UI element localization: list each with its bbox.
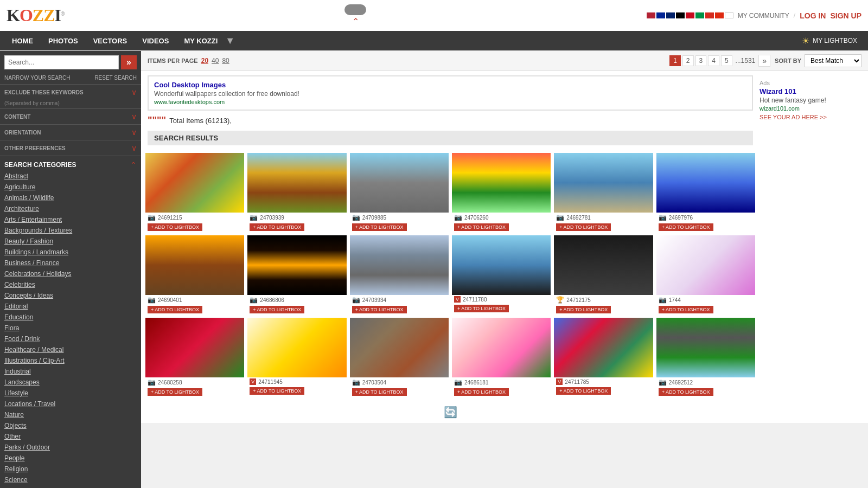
image-cell[interactable]: V 24711945 + ADD TO LIGHTBOX: [247, 318, 346, 397]
cat-illustrations-clipart[interactable]: Illustrations / Clip-Art: [0, 355, 141, 366]
image-cell[interactable]: 📷 24703934 + ADD TO LIGHTBOX: [350, 235, 449, 314]
image-cell[interactable]: V 24711780 + ADD TO LIGHTBOX: [452, 235, 551, 314]
flag-ru[interactable]: [705, 12, 714, 18]
content-toggle[interactable]: ∨: [131, 112, 137, 121]
add-to-lightbox-btn[interactable]: + ADD TO LIGHTBOX: [659, 306, 713, 313]
cat-beauty-fashion[interactable]: Beauty / Fashion: [0, 236, 141, 247]
image-thumb[interactable]: [145, 153, 244, 213]
image-cell[interactable]: 📷 24703504 + ADD TO LIGHTBOX: [350, 318, 449, 397]
nav-more[interactable]: ▼: [225, 35, 235, 47]
nav-home[interactable]: HOME: [4, 31, 41, 50]
image-cell[interactable]: 📷 24686181 + ADD TO LIGHTBOX: [452, 318, 551, 397]
cat-other[interactable]: Other: [0, 431, 141, 442]
other-prefs-toggle[interactable]: ∨: [131, 144, 137, 152]
add-to-lightbox-btn[interactable]: + ADD TO LIGHTBOX: [250, 387, 304, 395]
search-input[interactable]: [4, 55, 119, 69]
add-to-lightbox-btn[interactable]: + ADD TO LIGHTBOX: [148, 223, 202, 231]
cat-signs-symbols[interactable]: Signs / Symbols: [0, 485, 141, 488]
image-thumb[interactable]: [247, 235, 346, 295]
cat-science[interactable]: Science: [0, 474, 141, 485]
image-cell[interactable]: 📷 24691215 + ADD TO LIGHTBOX: [145, 153, 244, 232]
page-5[interactable]: 5: [721, 55, 732, 66]
page-4[interactable]: 4: [708, 55, 719, 66]
page-3[interactable]: 3: [695, 55, 707, 66]
image-thumb[interactable]: [350, 235, 449, 295]
image-thumb[interactable]: [350, 153, 449, 213]
nav-photos[interactable]: PHOTOS: [41, 31, 86, 50]
community-link[interactable]: MY COMMUNITY: [738, 12, 789, 20]
cat-education[interactable]: Education: [0, 312, 141, 323]
image-thumb[interactable]: [554, 318, 653, 377]
ipp-80[interactable]: 80: [222, 57, 229, 65]
logo[interactable]: KOZZI®: [7, 5, 64, 25]
add-to-lightbox-btn[interactable]: + ADD TO LIGHTBOX: [556, 306, 611, 313]
image-cell[interactable]: 📷 1744 + ADD TO LIGHTBOX: [656, 235, 755, 314]
image-cell[interactable]: 📷 24690401 + ADD TO LIGHTBOX: [145, 235, 244, 314]
promo-title[interactable]: Cool Desktop Images: [154, 81, 746, 89]
exclude-toggle[interactable]: ∨: [131, 88, 137, 97]
add-to-lightbox-btn[interactable]: + ADD TO LIGHTBOX: [454, 305, 509, 312]
search-button[interactable]: »: [121, 55, 137, 69]
cat-business-finance[interactable]: Business / Finance: [0, 258, 141, 268]
cat-flora[interactable]: Flora: [0, 323, 141, 333]
image-cell[interactable]: 📷 24680258 + ADD TO LIGHTBOX: [145, 318, 244, 397]
add-to-lightbox-btn[interactable]: + ADD TO LIGHTBOX: [659, 223, 713, 231]
lightbox-button[interactable]: ☀ MY LIGHTBOX: [795, 36, 864, 46]
cat-celebrities[interactable]: Celebrities: [0, 279, 141, 290]
image-cell[interactable]: 📷 24692781 + ADD TO LIGHTBOX: [554, 153, 653, 232]
ad-more-link[interactable]: SEE YOUR AD HERE >>: [760, 114, 861, 120]
image-thumb[interactable]: [554, 153, 653, 213]
flag-es[interactable]: [686, 12, 694, 18]
image-thumb[interactable]: [656, 153, 755, 213]
image-cell[interactable]: 📷 24686806 + ADD TO LIGHTBOX: [247, 235, 346, 314]
signup-link[interactable]: SIGN UP: [830, 11, 861, 20]
cat-religion[interactable]: Religion: [0, 464, 141, 474]
flag-it[interactable]: [695, 12, 704, 18]
cat-abstract[interactable]: Abstract: [0, 171, 141, 182]
add-to-lightbox-btn[interactable]: + ADD TO LIGHTBOX: [250, 306, 304, 313]
image-thumb[interactable]: [554, 235, 653, 295]
cat-food-drink[interactable]: Food / Drink: [0, 333, 141, 344]
flag-jp[interactable]: [725, 12, 733, 18]
search-categories-toggle[interactable]: ⌃: [130, 160, 137, 169]
ipp-40[interactable]: 40: [212, 57, 219, 65]
cat-landscapes[interactable]: Landscapes: [0, 377, 141, 388]
add-to-lightbox-btn[interactable]: + ADD TO LIGHTBOX: [250, 223, 304, 231]
narrow-search-label[interactable]: NARROW YOUR SEARCH: [4, 75, 71, 81]
image-thumb[interactable]: [350, 318, 449, 377]
nav-vectors[interactable]: VECTORS: [86, 31, 135, 50]
add-to-lightbox-btn[interactable]: + ADD TO LIGHTBOX: [454, 223, 509, 231]
add-to-lightbox-btn[interactable]: + ADD TO LIGHTBOX: [148, 306, 202, 313]
nav-mykozzi[interactable]: MY KOZZI: [176, 31, 225, 50]
orientation-toggle[interactable]: ∨: [131, 128, 137, 137]
cat-parks-outdoor[interactable]: Parks / Outdoor: [0, 442, 141, 453]
add-to-lightbox-btn[interactable]: + ADD TO LIGHTBOX: [352, 306, 407, 313]
image-thumb[interactable]: [145, 235, 244, 295]
page-next[interactable]: »: [758, 55, 770, 67]
add-to-lightbox-btn[interactable]: + ADD TO LIGHTBOX: [556, 387, 611, 395]
sort-select[interactable]: Best Match Most Recent Most Popular: [805, 54, 861, 67]
image-thumb[interactable]: [656, 235, 755, 295]
cat-buildings-landmarks[interactable]: Buildings / Landmarks: [0, 247, 141, 258]
image-thumb[interactable]: [145, 318, 244, 377]
ipp-20[interactable]: 20: [201, 57, 208, 65]
image-cell[interactable]: 📷 24703939 + ADD TO LIGHTBOX: [247, 153, 346, 232]
image-thumb[interactable]: [452, 153, 551, 213]
page-1[interactable]: 1: [669, 55, 681, 66]
cat-nature[interactable]: Nature: [0, 409, 141, 420]
add-to-lightbox-btn[interactable]: + ADD TO LIGHTBOX: [352, 223, 407, 231]
flag-gb[interactable]: [666, 12, 675, 18]
cat-editorial[interactable]: Editorial: [0, 301, 141, 312]
image-cell[interactable]: 📷 24692512 + ADD TO LIGHTBOX: [656, 318, 755, 397]
cat-locations-travel[interactable]: Locations / Travel: [0, 399, 141, 409]
page-2[interactable]: 2: [682, 55, 694, 66]
cat-healthcare-medical[interactable]: Healthcare / Medical: [0, 344, 141, 355]
cat-arts-entertainment[interactable]: Arts / Entertainment: [0, 214, 141, 225]
image-thumb[interactable]: [247, 153, 346, 213]
login-link[interactable]: LOG IN: [800, 11, 826, 20]
flag-fr[interactable]: [656, 12, 665, 18]
reset-search-label[interactable]: RESET SEARCH: [94, 75, 137, 81]
cat-celebrations-holidays[interactable]: Celebrations / Holidays: [0, 268, 141, 279]
add-to-lightbox-btn[interactable]: + ADD TO LIGHTBOX: [454, 388, 509, 396]
cat-architecture[interactable]: Architecture: [0, 203, 141, 214]
